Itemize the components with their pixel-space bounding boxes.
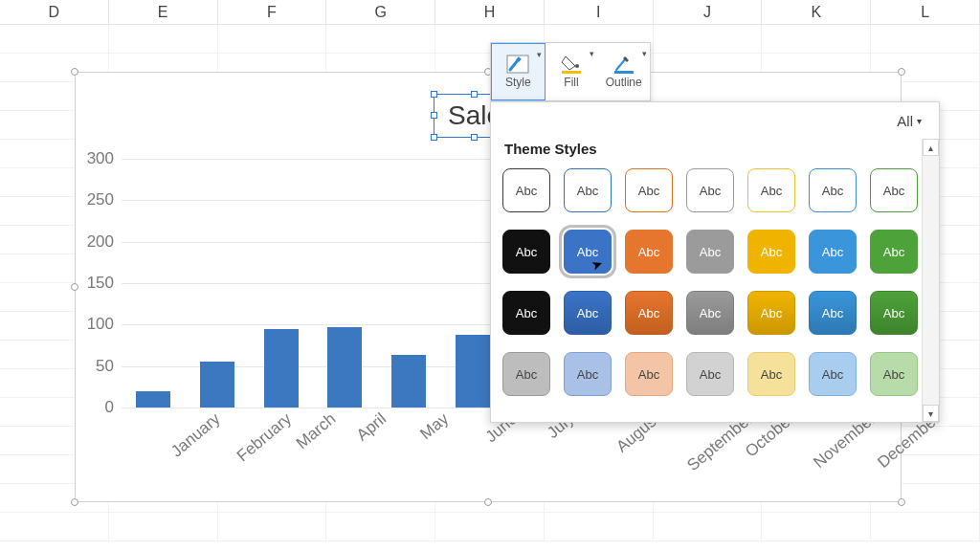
theme-style-swatch[interactable]: Abc [625,230,673,274]
y-axis-tick: 250 [87,190,114,209]
col-header[interactable]: L [871,0,980,24]
theme-style-swatch[interactable]: Abc [502,291,550,335]
theme-styles-gallery: All ▾ Theme Styles AbcAbcAbcAbcAbcAbcAbc… [490,101,940,423]
bar[interactable] [391,355,426,408]
theme-style-swatch[interactable]: Abc [502,168,550,212]
theme-style-swatch[interactable]: Abc [870,230,918,274]
theme-style-swatch[interactable]: Abc [686,352,734,396]
chevron-down-icon: ▾ [590,49,594,58]
theme-style-swatch[interactable]: Abc [686,168,734,212]
svg-rect-3 [562,71,581,74]
x-axis-tick: May [416,409,452,444]
col-header[interactable]: J [654,0,763,24]
y-axis-tick: 150 [87,274,114,293]
theme-style-swatch[interactable]: Abc [809,352,857,396]
x-axis-tick: January [167,409,224,461]
fill-button[interactable]: ▾ Fill [546,43,598,100]
theme-style-swatch[interactable]: Abc [564,352,612,396]
resize-handle[interactable] [484,498,492,506]
x-axis-tick: March [293,409,340,453]
y-axis-tick: 300 [87,149,114,168]
style-icon [506,55,529,74]
col-header[interactable]: G [326,0,435,24]
theme-style-swatch[interactable]: Abc [564,168,612,212]
col-header[interactable]: F [218,0,327,24]
theme-style-swatch[interactable]: Abc [625,168,673,212]
theme-style-swatch[interactable]: Abc [747,291,795,335]
resize-handle[interactable] [71,68,78,76]
scroll-up-icon[interactable]: ▴ [923,139,939,156]
gallery-grid: AbcAbcAbcAbcAbcAbcAbcAbcAbcAbcAbcAbcAbcA… [491,165,939,409]
theme-style-swatch[interactable]: Abc [747,168,795,212]
theme-style-swatch[interactable]: Abc [747,230,795,274]
style-label: Style [505,76,531,89]
svg-rect-4 [614,71,634,74]
x-axis-tick: February [234,409,296,466]
bar[interactable] [136,391,170,408]
outline-label: Outline [606,76,642,89]
y-axis-tick: 0 [105,398,114,417]
scroll-down-icon[interactable]: ▾ [923,405,939,422]
theme-style-swatch[interactable]: Abc [686,230,734,274]
x-axis-tick: April [353,409,390,445]
gallery-section-header: Theme Styles [491,139,939,165]
col-header[interactable]: I [545,0,654,24]
col-header[interactable]: E [109,0,218,24]
resize-handle[interactable] [898,498,905,506]
theme-style-swatch[interactable]: Abc [502,352,550,396]
col-header[interactable]: K [762,0,871,24]
fill-icon [560,55,583,74]
column-headers: D E F G H I J K L [0,0,980,25]
theme-style-swatch[interactable]: Abc [625,291,673,335]
theme-style-swatch[interactable]: Abc [625,352,673,396]
gallery-filter-label: All [897,113,913,129]
theme-style-swatch[interactable]: Abc [564,291,612,335]
theme-style-swatch[interactable]: Abc [870,352,918,396]
theme-style-swatch[interactable]: Abc [809,230,857,274]
col-header[interactable]: D [0,0,109,24]
y-axis-tick: 50 [96,357,114,376]
theme-style-swatch[interactable]: Abc [809,168,857,212]
chevron-down-icon: ▾ [537,50,542,59]
theme-style-swatch[interactable]: Abc [870,291,918,335]
gallery-filter-all[interactable]: All ▾ [491,102,939,139]
svg-point-2 [575,64,579,68]
chevron-down-icon: ▾ [917,116,922,126]
format-mini-toolbar: ▾ Style ▾ Fill ▾ Outline [490,42,651,101]
theme-style-swatch[interactable]: Abc [747,352,795,396]
theme-style-swatch[interactable]: Abc [809,291,857,335]
outline-icon [612,55,635,74]
resize-handle[interactable] [898,68,905,76]
theme-style-swatch[interactable]: Abc [564,230,612,274]
fill-label: Fill [564,76,578,89]
outline-button[interactable]: ▾ Outline [597,43,650,100]
chevron-down-icon: ▾ [642,49,647,58]
theme-style-swatch[interactable]: Abc [870,168,918,212]
y-axis-tick: 100 [87,315,114,334]
gallery-scrollbar[interactable]: ▴ ▾ [922,139,939,422]
bar[interactable] [200,362,234,408]
bar[interactable] [456,335,490,408]
theme-style-swatch[interactable]: Abc [502,230,550,274]
theme-style-swatch[interactable]: Abc [686,291,734,335]
bar[interactable] [264,329,299,408]
resize-handle[interactable] [71,283,78,291]
resize-handle[interactable] [71,498,78,506]
col-header[interactable]: H [435,0,545,24]
y-axis-tick: 200 [87,232,114,252]
style-button[interactable]: ▾ Style [491,43,546,100]
bar[interactable] [327,327,362,408]
